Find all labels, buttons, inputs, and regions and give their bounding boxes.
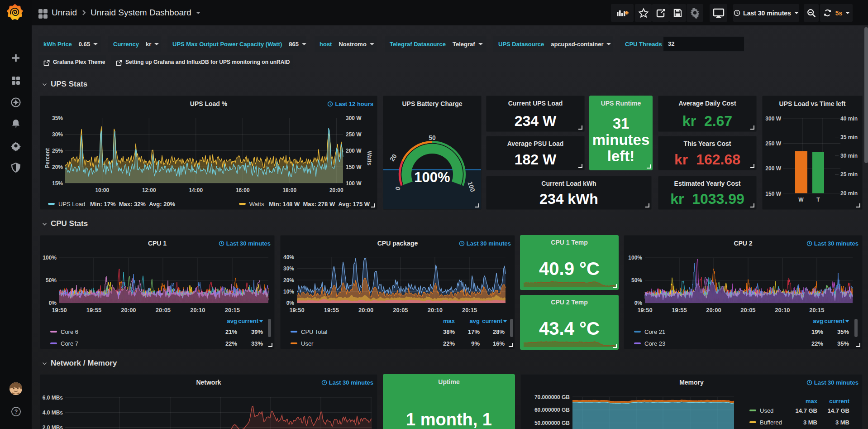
svg-text:?: ?	[14, 409, 18, 415]
